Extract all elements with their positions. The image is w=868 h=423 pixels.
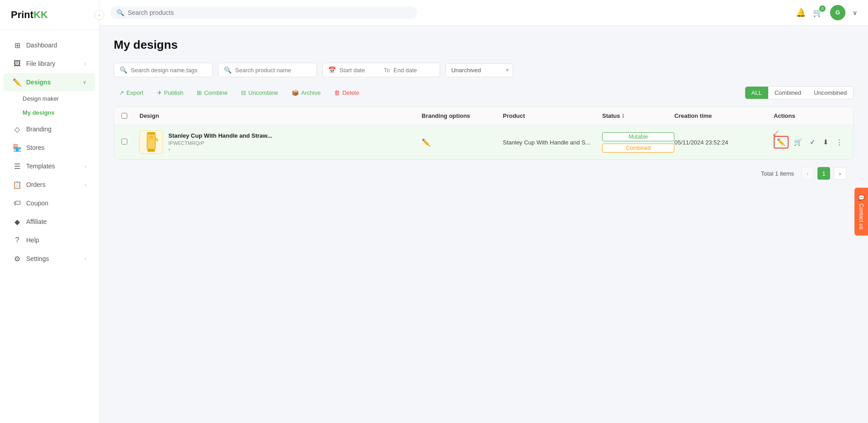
sidebar-item-templates[interactable]: ☰ Templates › — [4, 157, 95, 175]
sidebar-collapse-button[interactable]: ‹ — [94, 10, 104, 20]
cart-action-icon[interactable]: 🛒 — [792, 136, 804, 148]
design-id: IPWECTMRQrP — [168, 140, 272, 146]
uncombine-button[interactable]: ⊟ Uncombine — [236, 87, 283, 99]
affiliate-icon: ◆ — [13, 217, 22, 226]
branding-cell: ✏️ — [422, 138, 503, 147]
sidebar-item-label: Branding — [26, 126, 51, 133]
export-button[interactable]: ↗ Export — [114, 87, 149, 99]
more-action-icon[interactable]: ⋮ — [834, 136, 845, 148]
contact-us-button[interactable]: 💬 Contact us — [854, 187, 868, 235]
sidebar-nav: ⊞ Dashboard 🖼 File library › ✏️ Designs … — [0, 30, 99, 423]
svg-line-4 — [155, 138, 158, 140]
actions-cell: ↓ ✏️ 🛒 ✓ ⬇ ⋮ — [774, 136, 846, 149]
chevron-right-icon: › — [84, 163, 86, 169]
pagination: Total 1 items ‹ 1 › — [114, 160, 854, 187]
row-checkbox[interactable] — [121, 139, 127, 144]
sidebar-item-affiliate[interactable]: ◆ Affiliate — [4, 213, 95, 231]
sidebar-item-label: Stores — [26, 144, 44, 151]
combine-icon: ⊞ — [197, 89, 202, 96]
main-content: 🔍 🔔 🛒 0 G ∨ My designs 🔍 — [99, 0, 868, 423]
user-menu[interactable]: ∨ — [853, 9, 857, 16]
sidebar-item-file-library[interactable]: 🖼 File library › — [4, 55, 95, 73]
sidebar-sub-item-design-maker[interactable]: Design maker — [0, 92, 99, 106]
tab-combined[interactable]: Combined — [768, 87, 808, 99]
content-area: My designs 🔍 🔍 📅 To Unarchived Archived — [99, 25, 868, 423]
avatar[interactable]: G — [830, 5, 845, 20]
pagination-prev-button[interactable]: ‹ — [801, 167, 814, 180]
filter-tabs: ALL Combined Uncombined — [745, 86, 854, 99]
templates-icon: ☰ — [13, 162, 22, 171]
status-mutable-badge: Mutable — [602, 132, 674, 141]
filters-bar: 🔍 🔍 📅 To Unarchived Archived All — [114, 63, 854, 77]
archive-icon: 📦 — [292, 89, 299, 96]
check-action-icon[interactable]: ✓ — [808, 136, 817, 148]
sub-item-label: My designs — [23, 109, 55, 116]
topbar-search-input[interactable] — [128, 9, 411, 16]
sidebar-sub-item-my-designs[interactable]: My designs — [0, 106, 99, 120]
chevron-down-icon: ∨ — [83, 79, 86, 85]
sub-item-label: Design maker — [23, 95, 59, 102]
app-logo: PrintKK — [11, 9, 48, 20]
sidebar-item-stores[interactable]: 🏪 Stores — [4, 139, 95, 157]
sidebar-item-coupon[interactable]: 🏷 Coupon — [4, 194, 95, 212]
sidebar-item-orders[interactable]: 📋 Orders › — [4, 176, 95, 194]
status-filter-select[interactable]: Unarchived Archived All — [446, 63, 513, 77]
sidebar-item-designs[interactable]: ✏️ Designs ∨ — [4, 73, 95, 91]
design-search-field: 🔍 — [114, 63, 213, 77]
sidebar-item-label: Settings — [26, 255, 49, 262]
publish-button[interactable]: ✈ Publish — [152, 87, 189, 99]
branding-icon: ◇ — [13, 125, 22, 134]
page-title: My designs — [114, 38, 854, 52]
pagination-next-button[interactable]: › — [834, 167, 846, 180]
archive-button[interactable]: 📦 Archive — [286, 87, 326, 99]
start-date-input[interactable] — [339, 67, 380, 74]
pagination-page-1-button[interactable]: 1 — [817, 167, 830, 180]
delete-button[interactable]: 🗑 Delete — [329, 87, 365, 99]
dashboard-icon: ⊞ — [13, 41, 22, 50]
select-all-checkbox[interactable] — [121, 113, 127, 119]
sidebar-item-label: Coupon — [26, 200, 48, 207]
cart-badge: 0 — [819, 5, 826, 12]
sidebar: PrintKK ‹ ⊞ Dashboard 🖼 File library › ✏… — [0, 0, 99, 423]
tab-uncombined[interactable]: Uncombined — [808, 87, 853, 99]
cart-icon[interactable]: 🛒 0 — [813, 8, 823, 18]
product-column-header: Product — [503, 112, 602, 119]
branding-edit-icon[interactable]: ✏️ — [422, 138, 431, 147]
calendar-icon: 📅 — [328, 66, 336, 74]
designs-icon: ✏️ — [13, 78, 22, 87]
product-search-field: 🔍 — [218, 63, 317, 77]
sidebar-item-label: File library — [26, 60, 56, 67]
actions-column-header: Actions — [774, 112, 846, 119]
date-range-filter: 📅 To — [322, 63, 440, 77]
chevron-right-icon: › — [84, 182, 86, 187]
chevron-right-icon: › — [84, 61, 86, 66]
sidebar-item-settings[interactable]: ⚙ Settings › — [4, 250, 95, 268]
tab-all[interactable]: ALL — [745, 87, 768, 99]
uncombine-icon: ⊟ — [241, 89, 246, 96]
search-icon: 🔍 — [120, 66, 127, 74]
toolbar: ↗ Export ✈ Publish ⊞ Combine ⊟ Uncombine… — [114, 86, 854, 99]
sidebar-item-branding[interactable]: ◇ Branding — [4, 120, 95, 138]
design-thumbnail — [139, 130, 163, 154]
notification-icon[interactable]: 🔔 — [796, 8, 806, 18]
status-column-header: Status ℹ — [602, 112, 674, 119]
chevron-right-icon: › — [84, 256, 86, 261]
info-icon: ℹ — [622, 113, 624, 119]
logo-accent: KK — [33, 9, 48, 20]
download-action-icon[interactable]: ⬇ — [821, 136, 831, 148]
end-date-input[interactable] — [394, 67, 434, 74]
sidebar-item-label: Designs — [26, 79, 51, 86]
product-cell: Stanley Cup With Handle and S... — [503, 139, 602, 146]
design-search-input[interactable] — [131, 67, 207, 74]
creation-time-column-header: Creation time — [674, 112, 774, 119]
sidebar-item-help[interactable]: ? Help — [4, 231, 95, 249]
topbar-right: 🔔 🛒 0 G ∨ — [796, 5, 857, 20]
status-combined-badge: Combined — [602, 144, 674, 153]
sidebar-item-dashboard[interactable]: ⊞ Dashboard — [4, 36, 95, 54]
designs-table: Design Branding options Product Status ℹ… — [114, 107, 854, 160]
combine-button[interactable]: ⊞ Combine — [191, 87, 233, 99]
design-thumbnail-svg — [143, 131, 159, 153]
logo-area: PrintKK ‹ — [0, 0, 99, 30]
product-search-input[interactable] — [235, 67, 311, 74]
stores-icon: 🏪 — [13, 143, 22, 152]
